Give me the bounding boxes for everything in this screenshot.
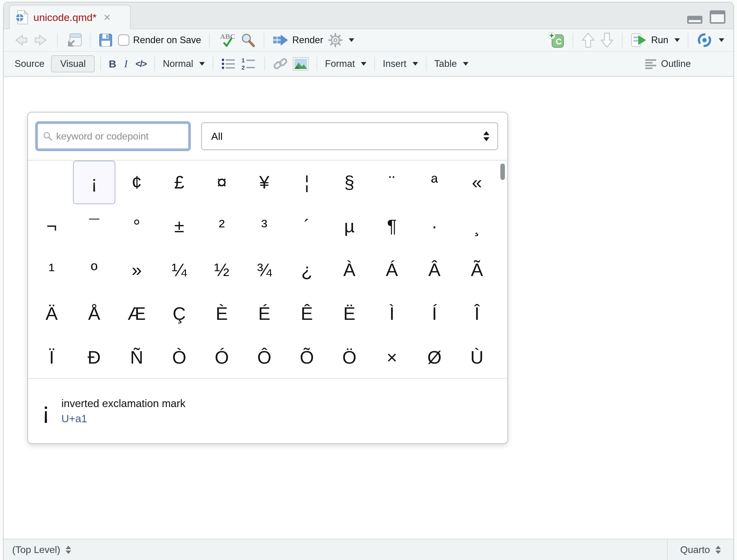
character-cell[interactable]: ¶	[370, 204, 413, 248]
tab-unicode-qmd[interactable]: unicode.qmd* ✕	[9, 5, 131, 29]
character-cell[interactable]: ¨	[370, 161, 413, 204]
visual-mode-button[interactable]: Visual	[51, 55, 95, 72]
character-cell[interactable]: Ì	[370, 292, 413, 336]
run-next-chunk-icon[interactable]	[597, 30, 616, 50]
character-cell[interactable]: È	[201, 292, 243, 336]
character-cell[interactable]: Ò	[158, 336, 201, 379]
character-cell[interactable]: Ë	[328, 292, 370, 336]
chevron-down-icon	[463, 62, 468, 66]
numbered-list-icon[interactable]: 1 2	[239, 56, 259, 72]
character-cell[interactable]: ²	[201, 204, 243, 248]
scope-selector[interactable]: (Top Level)	[4, 544, 71, 555]
visual-editor-canvas[interactable]: All ¡¢£¤¥¦§¨ª«¬¯°±²³´µ¶·¸¹º»¼½¾¿ÀÁÂÃÄÅÆÇ…	[4, 77, 733, 539]
character-cell[interactable]: Õ	[286, 336, 328, 379]
separator	[213, 57, 213, 71]
character-cell[interactable]: ½	[201, 248, 243, 292]
character-cell[interactable]: Ó	[201, 336, 243, 379]
tab-close-icon[interactable]: ✕	[103, 12, 111, 23]
editor-status-bar: (Top Level) Quarto	[4, 539, 733, 560]
character-cell[interactable]: ª	[413, 161, 456, 204]
insert-menu[interactable]: Insert	[380, 57, 420, 71]
character-cell[interactable]: £	[158, 161, 201, 204]
character-cell[interactable]: Ù	[456, 336, 498, 379]
character-cell[interactable]: °	[115, 204, 158, 248]
run-button[interactable]: Run	[628, 31, 682, 50]
character-cell[interactable]: ¢	[115, 161, 158, 204]
source-mode-button[interactable]: Source	[15, 58, 44, 69]
character-cell[interactable]: ·	[413, 204, 456, 248]
character-cell[interactable]: ×	[370, 336, 413, 379]
character-search-box[interactable]	[37, 123, 189, 149]
italic-button[interactable]: I	[122, 56, 130, 71]
character-cell[interactable]: É	[243, 292, 286, 336]
save-icon[interactable]	[96, 31, 115, 49]
bold-button[interactable]: B	[106, 56, 119, 72]
character-cell[interactable]: »	[115, 248, 158, 292]
character-cell[interactable]: À	[328, 248, 370, 292]
forward-icon[interactable]	[31, 31, 52, 49]
character-cell[interactable]: º	[73, 248, 115, 292]
render-options-button[interactable]	[326, 31, 357, 49]
character-cell[interactable]: Í	[413, 292, 456, 336]
insert-chunk-button[interactable]: C	[545, 30, 567, 50]
character-cell[interactable]: ¯	[73, 204, 115, 248]
format-menu[interactable]: Format	[323, 57, 369, 71]
character-cell[interactable]: Ê	[286, 292, 328, 336]
render-button[interactable]: Render	[270, 31, 326, 49]
category-select[interactable]: All	[201, 122, 498, 150]
image-icon[interactable]	[291, 55, 311, 72]
code-button[interactable]: </>	[133, 57, 149, 71]
render-on-save-checkbox[interactable]: Render on Save	[115, 33, 204, 48]
character-cell[interactable]: Ç	[158, 292, 201, 336]
table-menu[interactable]: Table	[432, 57, 471, 71]
character-cell[interactable]: Ö	[328, 336, 370, 379]
publish-button[interactable]	[694, 31, 727, 49]
character-cell[interactable]: Å	[73, 292, 115, 336]
character-cell[interactable]: Ï	[30, 336, 73, 379]
character-cell[interactable]: ¬	[30, 204, 73, 248]
paragraph-style-dropdown[interactable]: Normal	[160, 57, 207, 71]
character-cell[interactable]: Ø	[413, 336, 456, 379]
minimize-pane-icon[interactable]	[687, 16, 702, 24]
character-cell[interactable]: ¥	[243, 161, 286, 204]
character-cell[interactable]: ´	[286, 204, 328, 248]
character-cell[interactable]: ¤	[201, 161, 243, 204]
character-cell[interactable]: §	[328, 161, 370, 204]
run-previous-chunks-icon[interactable]	[579, 30, 597, 50]
spellcheck-icon[interactable]: ABC	[215, 30, 238, 50]
character-cell[interactable]	[30, 161, 73, 204]
character-cell[interactable]: ¾	[243, 248, 286, 292]
character-cell[interactable]: ¹	[30, 248, 73, 292]
bullet-list-icon[interactable]	[219, 56, 239, 72]
character-cell[interactable]: Â	[413, 248, 456, 292]
character-cell[interactable]: ¡	[73, 161, 115, 204]
checkbox-unchecked[interactable]	[118, 34, 129, 46]
character-cell[interactable]: Á	[370, 248, 413, 292]
character-cell[interactable]: Ñ	[115, 336, 158, 379]
open-new-window-icon[interactable]	[63, 31, 84, 50]
character-cell[interactable]: Ä	[30, 292, 73, 336]
tab-bar: unicode.qmd* ✕	[4, 2, 733, 29]
character-cell[interactable]: Î	[456, 292, 498, 336]
render-icon	[272, 33, 289, 47]
character-cell[interactable]: ¸	[456, 204, 498, 248]
search-input[interactable]	[56, 131, 183, 142]
character-cell[interactable]: Æ	[115, 292, 158, 336]
file-type-selector[interactable]: Quarto	[667, 539, 733, 560]
link-icon[interactable]	[270, 55, 291, 73]
scrollbar-thumb[interactable]	[500, 164, 505, 180]
maximize-pane-icon[interactable]	[710, 10, 725, 24]
character-cell[interactable]: Ð	[73, 336, 115, 379]
character-cell[interactable]: Ô	[243, 336, 286, 379]
find-replace-icon[interactable]	[238, 30, 258, 50]
character-cell[interactable]: ³	[243, 204, 286, 248]
character-cell[interactable]: ±	[158, 204, 201, 248]
character-cell[interactable]: ¼	[158, 248, 201, 292]
outline-toggle[interactable]: Outline	[642, 56, 693, 71]
character-cell[interactable]: Ã	[456, 248, 498, 292]
character-cell[interactable]: «	[456, 161, 498, 204]
character-cell[interactable]: µ	[328, 204, 370, 248]
character-cell[interactable]: ¿	[286, 248, 328, 292]
character-cell[interactable]: ¦	[286, 161, 328, 204]
back-icon[interactable]	[10, 31, 31, 49]
